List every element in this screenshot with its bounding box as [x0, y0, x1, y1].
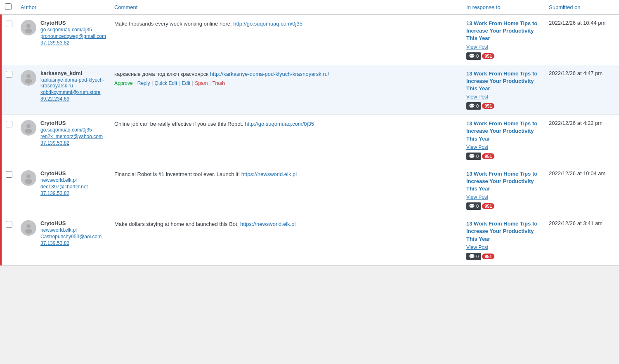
view-post-link[interactable]: View Post: [466, 44, 541, 50]
author-email[interactable]: pronouncedqweg@gmail.com: [40, 33, 106, 39]
author-block: karkasnye_kdmi karkasnye-doma-pod-klyuch…: [21, 70, 106, 102]
author-email[interactable]: xobdkcymmmi@xrum.store: [40, 89, 106, 95]
row-checkbox[interactable]: [6, 21, 12, 27]
response-title[interactable]: 13 Work From Home Tips to Increase Your …: [466, 170, 541, 193]
submitted-cell: 2022/12/26 at 3:41 am: [545, 215, 619, 265]
comment-badge: 💬 0: [466, 52, 481, 60]
view-post-link[interactable]: View Post: [466, 244, 541, 250]
submitted-cell: 2022/12/26 at 4:22 pm: [545, 115, 619, 165]
author-website[interactable]: go.suqomuaq.com/0j35: [40, 127, 103, 133]
submitted-cell: 2022/12/26 at 10:44 pm: [545, 15, 619, 65]
reply-button[interactable]: Reply: [137, 80, 150, 86]
author-website[interactable]: karkasnye-doma-pod-klyuch-krasnoyarsk.ru: [40, 77, 106, 89]
avatar-icon: [23, 222, 34, 234]
quick-edit-button[interactable]: Quick Edit: [155, 80, 177, 86]
view-post-link[interactable]: View Post: [466, 144, 541, 150]
svg-point-4: [26, 124, 31, 128]
avatar-icon: [23, 72, 34, 84]
comments-body: CrytoHUS go.suqomuaq.com/0j35 pronounced…: [1, 15, 619, 265]
comment-cell: Make thousands every week working online…: [110, 15, 462, 65]
comment-actions: Approve | Reply | Quick Edit | Edit | Sp…: [114, 80, 458, 86]
author-ip[interactable]: 89.22.234.69: [40, 96, 106, 102]
action-separator: |: [135, 80, 136, 86]
response-title[interactable]: 13 Work From Home Tips to Increase Your …: [466, 70, 541, 93]
count-badge: 951: [482, 203, 494, 209]
author-block: CrytoHUS go.suqomuaq.com/0j35 ren2x_memo…: [21, 120, 106, 146]
author-block: CrytoHUS newsworld.elk.pl Castropunchy95…: [21, 220, 106, 246]
col-checkbox-header[interactable]: [1, 0, 17, 15]
response-cell: 13 Work From Home Tips to Increase Your …: [462, 165, 545, 215]
author-cell: karkasnye_kdmi karkasnye-doma-pod-klyuch…: [17, 65, 110, 115]
response-cell: 13 Work From Home Tips to Increase Your …: [462, 215, 545, 265]
comment-link[interactable]: http://go.suqomuaq.com/0j35: [245, 121, 314, 127]
svg-point-6: [26, 174, 31, 178]
comment-text: каркасные дома под ключ красноярск http:…: [114, 70, 458, 78]
row-checkbox[interactable]: [6, 171, 12, 178]
author-ip[interactable]: 37.139.53.82: [40, 190, 88, 196]
count-badge: 951: [482, 254, 494, 259]
svg-point-5: [25, 129, 32, 134]
table-row: CrytoHUS newsworld.elk.pl Castropunchy95…: [1, 215, 619, 265]
author-website[interactable]: newsworld.elk.pl: [40, 177, 88, 183]
speech-bubble-icon: 💬: [469, 203, 475, 209]
author-info: CrytoHUS go.suqomuaq.com/0j35 pronounced…: [40, 20, 106, 46]
comment-badge: 💬 0: [466, 253, 481, 260]
count-badge: 951: [482, 153, 494, 159]
row-checkbox[interactable]: [6, 71, 12, 77]
author-cell: CrytoHUS newsworld.elk.pl Castropunchy95…: [17, 215, 110, 265]
author-cell: CrytoHUS newsworld.elk.pl dec1397@charte…: [17, 165, 110, 215]
table-row: CrytoHUS go.suqomuaq.com/0j35 pronounced…: [1, 15, 619, 65]
table-row: karkasnye_kdmi karkasnye-doma-pod-klyuch…: [1, 65, 619, 115]
author-block: CrytoHUS newsworld.elk.pl dec1397@charte…: [21, 170, 106, 196]
edit-button[interactable]: Edit: [182, 80, 190, 86]
badges: 💬 0 951: [466, 102, 541, 110]
row-checkbox[interactable]: [6, 221, 12, 228]
speech-bubble-icon: 💬: [469, 153, 475, 159]
view-post-link[interactable]: View Post: [466, 194, 541, 200]
author-info: CrytoHUS newsworld.elk.pl Castropunchy95…: [40, 220, 102, 246]
spam-button[interactable]: Spam: [195, 80, 208, 86]
comment-link[interactable]: https://newsworld.elk.pl: [240, 221, 295, 227]
avatar-icon: [23, 122, 34, 134]
badges: 💬 0 951: [466, 253, 541, 260]
response-title[interactable]: 13 Work From Home Tips to Increase Your …: [466, 220, 541, 243]
badges: 💬 0 951: [466, 202, 541, 210]
select-all-checkbox[interactable]: [5, 3, 12, 10]
author-email[interactable]: dec1397@charter.net: [40, 184, 88, 190]
svg-point-9: [25, 229, 32, 234]
comment-link[interactable]: http://karkasnye-doma-pod-klyuch-krasnoy…: [210, 71, 329, 77]
author-website[interactable]: go.suqomuaq.com/0j35: [40, 27, 106, 33]
comment-text: Make dollars staying at home and launche…: [114, 220, 458, 228]
comment-text: Online job can be really effective if yo…: [114, 120, 458, 128]
response-title[interactable]: 13 Work From Home Tips to Increase Your …: [466, 20, 541, 42]
author-website[interactable]: newsworld.elk.pl: [40, 227, 102, 233]
author-ip[interactable]: 37.139.53.82: [40, 40, 106, 46]
row-checkbox-cell: [1, 15, 17, 65]
author-cell: CrytoHUS go.suqomuaq.com/0j35 pronounced…: [17, 15, 110, 65]
author-ip[interactable]: 37.139.53.82: [40, 140, 103, 146]
col-response-header: In response to: [462, 0, 545, 15]
comment-count: 0: [476, 254, 479, 259]
response-cell: 13 Work From Home Tips to Increase Your …: [462, 115, 545, 165]
comment-link[interactable]: http://go.suqomuaq.com/0j35: [233, 21, 302, 27]
author-ip[interactable]: 37.139.53.82: [40, 240, 102, 246]
response-title[interactable]: 13 Work From Home Tips to Increase Your …: [466, 120, 541, 143]
author-info: karkasnye_kdmi karkasnye-doma-pod-klyuch…: [40, 70, 106, 102]
comment-cell: Financial Robot is #1 investment tool ev…: [110, 165, 462, 215]
speech-bubble-icon: 💬: [469, 103, 475, 109]
avatar-icon: [23, 172, 34, 184]
approve-button[interactable]: Approve: [114, 80, 133, 86]
col-submitted-header: Submitted on: [545, 0, 619, 15]
badges: 💬 0 951: [466, 153, 541, 160]
submitted-cell: 2022/12/26 at 4:47 pm: [545, 65, 619, 115]
count-badge: 951: [482, 103, 494, 109]
trash-button[interactable]: Trash: [213, 80, 225, 86]
author-email[interactable]: ren2x_memorz@yahoo.com: [40, 134, 103, 139]
avatar: [21, 120, 36, 136]
author-email[interactable]: Castropunchy953@aol.com: [40, 234, 102, 240]
table-row: CrytoHUS go.suqomuaq.com/0j35 ren2x_memo…: [1, 115, 619, 165]
view-post-link[interactable]: View Post: [466, 94, 541, 100]
avatar-icon: [23, 22, 34, 33]
comment-link[interactable]: https://newsworld.elk.pl: [241, 171, 297, 177]
row-checkbox[interactable]: [6, 121, 12, 127]
